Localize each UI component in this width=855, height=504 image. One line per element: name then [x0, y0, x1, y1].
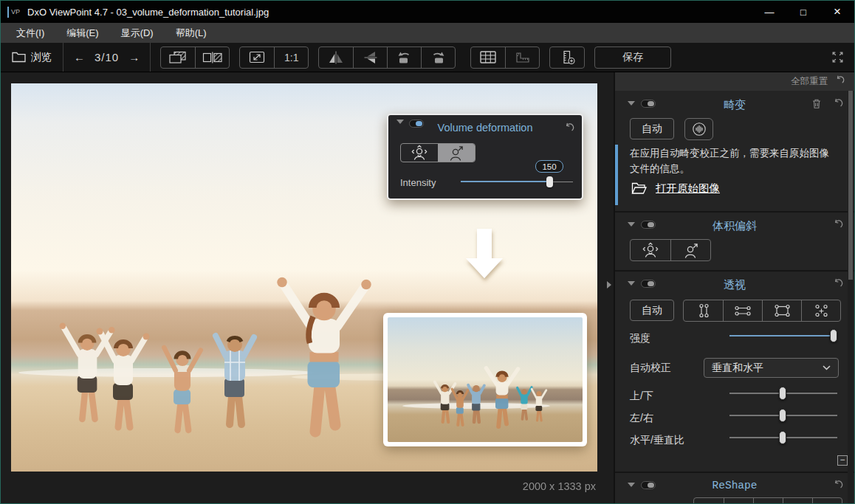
force-horizontal-button[interactable]: [723, 300, 762, 321]
slider-handle[interactable]: [779, 387, 786, 400]
corrections-sidebar: 全部重置 畸变 自动: [614, 72, 854, 503]
open-original-link[interactable]: 打开原始图像: [656, 182, 720, 196]
split-view-button[interactable]: [195, 47, 229, 68]
auto-correct-dropdown[interactable]: 垂直和水平: [704, 358, 839, 378]
perspective-auto-button[interactable]: 自动: [630, 300, 674, 321]
compare-button[interactable]: [161, 47, 195, 68]
perspective-intensity-slider[interactable]: [729, 329, 837, 342]
flip-vertical-button[interactable]: [353, 47, 387, 68]
browse-button[interactable]: 浏览: [1, 51, 63, 64]
auto-correct-label: 自动校正: [630, 362, 671, 375]
maximize-button[interactable]: □: [786, 1, 820, 23]
intensity-slider: [461, 174, 573, 186]
save-button[interactable]: 保存: [594, 46, 671, 69]
reshape-tool-button[interactable]: [812, 498, 842, 503]
rotate-left-icon: [396, 50, 413, 64]
lens-profile-button[interactable]: [684, 118, 713, 140]
undo-icon[interactable]: [832, 480, 843, 491]
volume-toggle[interactable]: [641, 221, 656, 229]
distortion-info-text: 在应用自动畸变校正之前，需要来自原始图像文件的信息。: [630, 146, 838, 177]
h-v-ratio-slider[interactable]: [729, 431, 837, 444]
logo-accent-bar: [7, 7, 9, 18]
distortion-auto-button[interactable]: 自动: [630, 118, 674, 139]
volume-mode-group: [630, 239, 711, 261]
open-original-row[interactable]: 打开原始图像: [631, 182, 720, 196]
collapse-triangle-icon[interactable]: [628, 101, 635, 106]
fit-to-screen-button[interactable]: [240, 47, 274, 68]
diagonal-correction-button[interactable]: [670, 240, 710, 260]
corrected-preview-inset: [383, 313, 587, 446]
grid-overlay-button[interactable]: [471, 47, 505, 68]
volume-section-header: 体积偏斜: [615, 214, 854, 236]
collapse-triangle-icon[interactable]: [628, 222, 635, 227]
collapse-advanced-button[interactable]: −: [837, 455, 848, 466]
eight-point-button[interactable]: [801, 300, 840, 321]
reshape-tool-button[interactable]: [753, 498, 783, 503]
undo-icon[interactable]: [832, 278, 843, 289]
horizontal-lines-icon: [732, 303, 754, 319]
auto-correct-value: 垂直和水平: [712, 362, 763, 375]
flip-horizontal-button[interactable]: [319, 47, 353, 68]
volume-mode-group: [400, 143, 475, 162]
undo-icon[interactable]: [832, 219, 843, 230]
undo-icon: [563, 122, 574, 134]
folder-icon: [12, 52, 26, 63]
close-button[interactable]: ×: [820, 1, 854, 23]
title-bar[interactable]: VP DxO ViewPoint 4.7 - 03_volume_deforma…: [1, 1, 854, 23]
slider-handle[interactable]: [779, 431, 786, 444]
reshape-tool-button[interactable]: [724, 498, 753, 503]
menu-display[interactable]: 显示(D): [110, 23, 165, 43]
reshape-section-header: ReShape: [615, 474, 854, 497]
add-ruler-button[interactable]: [549, 46, 585, 69]
menu-help[interactable]: 帮助(L): [165, 23, 218, 43]
compare-icon: [168, 51, 188, 64]
logo-text: VP: [11, 8, 20, 15]
fullscreen-button[interactable]: [830, 49, 845, 65]
rotate-left-button[interactable]: [387, 47, 421, 68]
rotate-right-icon: [430, 50, 447, 64]
minimize-button[interactable]: —: [752, 1, 786, 23]
rotate-right-button[interactable]: [421, 47, 455, 68]
force-vertical-button[interactable]: [684, 300, 723, 321]
reshape-toggle[interactable]: [641, 481, 656, 489]
eight-point-icon: [810, 303, 832, 319]
menu-edit[interactable]: 编辑(E): [55, 23, 109, 43]
prev-image-button[interactable]: ←: [74, 51, 85, 63]
reshape-tool-button[interactable]: [783, 498, 812, 503]
menu-bar: 文件(I) 编辑(E) 显示(D) 帮助(L): [1, 23, 854, 43]
reset-all-undo-icon[interactable]: [834, 75, 845, 86]
photo-canvas[interactable]: Volume deformation Intensity: [11, 83, 597, 472]
reshape-tool-button[interactable]: [694, 498, 724, 503]
spherical-correction-icon: [401, 144, 438, 162]
ruler-icon: [515, 52, 530, 63]
next-image-button[interactable]: →: [128, 51, 140, 63]
trash-icon[interactable]: [811, 98, 822, 109]
scrollbar-thumb[interactable]: [848, 91, 853, 280]
chevron-down-icon: [823, 365, 831, 370]
zoom-one-to-one-button[interactable]: 1:1: [274, 47, 308, 68]
panel-title: Volume deformation: [388, 122, 582, 134]
left-right-slider[interactable]: [729, 409, 837, 422]
image-canvas[interactable]: Volume deformation Intensity: [1, 72, 614, 503]
ruler-button[interactable]: [505, 47, 539, 68]
h-v-ratio-label: 水平/垂直比: [630, 434, 684, 447]
force-rectangle-button[interactable]: [762, 300, 801, 321]
left-right-label: 左/右: [630, 412, 653, 425]
sidebar-collapse-arrow-icon[interactable]: [607, 281, 611, 289]
menu-file[interactable]: 文件(I): [5, 23, 55, 43]
split-view-icon: [202, 52, 222, 63]
image-position-indicator: 3/10: [95, 51, 119, 63]
sidebar-scrollbar[interactable]: [848, 91, 854, 503]
spherical-correction-button[interactable]: [631, 240, 670, 260]
reset-all-button[interactable]: 全部重置: [791, 75, 828, 88]
distortion-toggle[interactable]: [641, 100, 656, 108]
fullscreen-icon: [830, 49, 845, 65]
collapse-triangle-icon[interactable]: [628, 483, 635, 487]
up-down-slider[interactable]: [729, 387, 837, 400]
slider-handle[interactable]: [830, 329, 837, 342]
undo-icon[interactable]: [832, 98, 843, 109]
perspective-toggle[interactable]: [641, 280, 656, 288]
collapse-triangle-icon[interactable]: [628, 281, 635, 286]
browse-label: 浏览: [31, 51, 52, 64]
slider-handle[interactable]: [779, 409, 786, 422]
